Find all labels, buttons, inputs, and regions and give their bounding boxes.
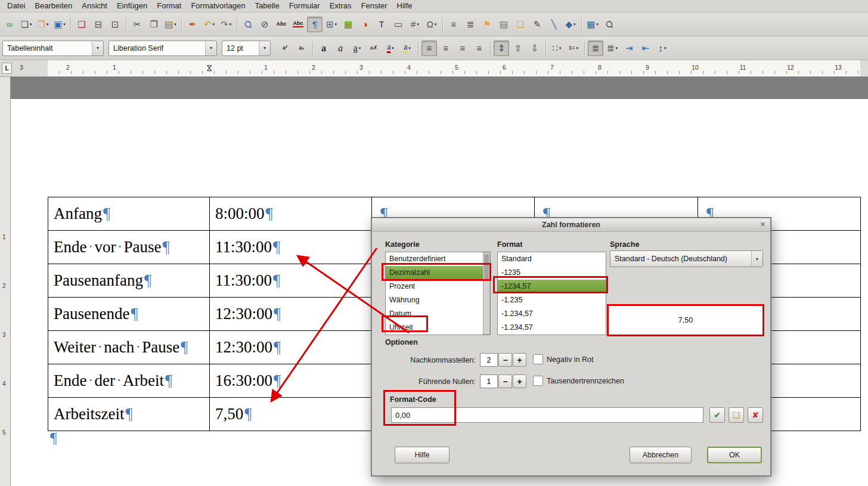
insert-field-icon-dropdown[interactable]: ▾ (417, 22, 419, 27)
chevron-down-icon[interactable]: ▾ (259, 41, 270, 55)
new-document-icon-dropdown[interactable]: ▾ (30, 22, 32, 27)
insert-field-icon[interactable]: #▾ (407, 17, 423, 32)
find-icon[interactable]: ∞ (2, 17, 17, 32)
outline-list-icon[interactable]: ≣▾ (604, 41, 620, 56)
find-replace-icon[interactable]: Ϙ (240, 17, 256, 32)
print-preview-icon[interactable]: ⊡ (107, 17, 123, 32)
cross-reference-icon[interactable]: ▤ (496, 17, 512, 32)
menu-einfügen[interactable]: Einfügen (112, 0, 152, 12)
format-item[interactable]: Standard (498, 252, 606, 266)
basic-shapes-icon[interactable]: ◆▾ (563, 17, 578, 32)
format-item[interactable]: -1.234,57 (498, 307, 606, 321)
unordered-list-icon-dropdown[interactable]: ▾ (559, 46, 562, 51)
menu-format[interactable]: Format (152, 0, 186, 12)
spelling-icon[interactable]: Abc (274, 17, 289, 32)
clear-formatting-icon[interactable]: a✗ (366, 41, 382, 56)
insert-line-icon[interactable]: ╲ (546, 17, 562, 32)
menu-bearbeiten[interactable]: Bearbeiten (30, 0, 77, 12)
align-center-icon[interactable]: ≡ (438, 41, 454, 56)
leading-zeros-value[interactable]: 1 (480, 374, 498, 388)
unordered-list-icon[interactable]: ∷▾ (549, 41, 565, 56)
menu-formular[interactable]: Formular (284, 0, 325, 12)
open-folder-icon[interactable]: ❒▾ (35, 17, 51, 32)
help-button[interactable]: Hilfe (395, 447, 450, 463)
table-cell-label[interactable]: Anfang¶ (48, 197, 210, 231)
language-combo[interactable]: Standard - Deutsch (Deutschland) ▾ (610, 250, 763, 267)
align-left-icon[interactable]: ≡ (421, 41, 437, 56)
category-item-datum[interactable]: Datum (386, 307, 490, 321)
table-cell-label[interactable]: Pausenende¶ (48, 298, 210, 331)
undo-icon-dropdown[interactable]: ▾ (213, 22, 215, 27)
negative-red-checkbox[interactable]: Negativ in Rot (533, 354, 594, 364)
category-list[interactable]: BenutzerdefiniertDezimalzahlProzentWähru… (385, 252, 491, 335)
dialog-titlebar[interactable]: Zahl formatieren ✕ (372, 218, 770, 232)
highlight-color-icon[interactable]: a▾ (399, 41, 415, 56)
table-cell-label[interactable]: Ende·vor·Pause¶ (48, 231, 210, 264)
scrollbar-thumb[interactable] (484, 254, 489, 279)
highlight-color-icon-dropdown[interactable]: ▾ (408, 46, 411, 51)
paste-icon[interactable]: ▤▾ (163, 17, 178, 32)
paragraph-style-combo[interactable]: Tabelleninhalt ▾ (2, 41, 104, 56)
insert-textbox-icon[interactable]: T (374, 17, 389, 32)
increase-indent-icon[interactable]: ⇥ (621, 41, 637, 56)
underline-icon[interactable]: a▾ (349, 41, 365, 56)
decimals-plus-button[interactable]: + (513, 353, 526, 367)
insert-endnote-icon[interactable]: ≣ (463, 17, 478, 32)
save-icon-dropdown[interactable]: ▾ (63, 22, 66, 27)
table-cell-value[interactable]: 8:00:00¶ (210, 197, 372, 231)
menu-extras[interactable]: Extras (325, 0, 356, 12)
ordered-list-icon-dropdown[interactable]: ▾ (576, 46, 578, 51)
insert-image-icon[interactable]: ▦ (340, 17, 356, 32)
category-item-uhrzeit[interactable]: Uhrzeit (386, 321, 490, 335)
format-item[interactable]: -1234,57 (498, 280, 606, 293)
export-pdf-icon[interactable]: ❏ (74, 17, 89, 32)
leading-zeros-plus-button[interactable]: + (513, 374, 526, 388)
align-right-icon[interactable]: ≡ (455, 41, 470, 56)
leading-zeros-minus-button[interactable]: − (498, 374, 512, 388)
close-icon[interactable]: ✕ (760, 221, 765, 228)
underline-icon-dropdown[interactable]: ▾ (359, 46, 361, 51)
circle-slash-icon[interactable]: ⊘ (257, 17, 272, 32)
insert-chart-icon[interactable]: ◑ (357, 17, 373, 32)
page-break-icon[interactable]: ▭ (390, 17, 406, 32)
basic-shapes-icon-dropdown[interactable]: ▾ (574, 22, 576, 27)
category-item-benutzerdefiniert[interactable]: Benutzerdefiniert (386, 252, 490, 266)
redo-icon[interactable]: ↷▾ (218, 17, 234, 32)
format-item[interactable]: -1235 (498, 266, 606, 280)
new-document-icon[interactable]: ❏▾ (18, 17, 34, 32)
cut-icon[interactable]: ✂ (129, 17, 145, 32)
line-spacing-icon[interactable]: ⇕ (494, 41, 509, 56)
italic-icon[interactable]: a (333, 41, 348, 56)
table-cell-value[interactable]: 11:30:00¶ (210, 264, 372, 298)
format-item[interactable]: -1.234,57 (498, 321, 606, 335)
line-spacing-menu-icon[interactable]: ↕▾ (655, 41, 670, 56)
table-cell-label[interactable]: Pausenanfang¶ (48, 264, 210, 298)
cancel-button[interactable]: Abbrechen (630, 447, 692, 463)
category-list-scrollbar[interactable] (483, 252, 490, 335)
track-changes-icon[interactable]: ✎ (529, 17, 545, 32)
menu-tabelle[interactable]: Tabelle (250, 0, 284, 12)
ordered-list-icon[interactable]: 1≡▾ (566, 41, 581, 56)
tab-stop-selector[interactable]: L (2, 63, 12, 74)
menu-ansicht[interactable]: Ansicht (77, 0, 112, 12)
vertical-ruler[interactable]: 12345 (0, 77, 11, 486)
bookmark-icon[interactable]: ⚑ (479, 17, 495, 32)
redo-icon-dropdown[interactable]: ▾ (230, 22, 232, 27)
bold-icon[interactable]: a (316, 41, 331, 56)
category-item-dezimalzahl[interactable]: Dezimalzahl (386, 266, 490, 280)
zoom-icon[interactable]: Ϙ (602, 17, 617, 32)
table-cell-label[interactable]: Weiter·nach·Pause¶ (48, 331, 210, 364)
paste-icon-dropdown[interactable]: ▾ (174, 22, 176, 27)
format-code-input[interactable] (391, 407, 703, 423)
special-character-icon[interactable]: Ω▾ (424, 17, 439, 32)
decrease-paragraph-spacing-icon[interactable]: ⇩ (527, 41, 542, 56)
increase-paragraph-spacing-icon[interactable]: ⇧ (510, 41, 526, 56)
chevron-down-icon[interactable]: ▾ (205, 41, 216, 55)
print-icon[interactable]: ⊟ (91, 17, 106, 32)
justify-icon[interactable]: ≡ (472, 41, 487, 56)
special-character-icon-dropdown[interactable]: ▾ (435, 22, 437, 27)
copy-icon[interactable]: ❐ (146, 17, 162, 32)
format-item[interactable]: -1.235 (498, 293, 606, 307)
insert-comment-icon[interactable]: ❑ (513, 17, 528, 32)
table-cell-label[interactable]: Ende·der·Arbeit¶ (48, 364, 210, 398)
